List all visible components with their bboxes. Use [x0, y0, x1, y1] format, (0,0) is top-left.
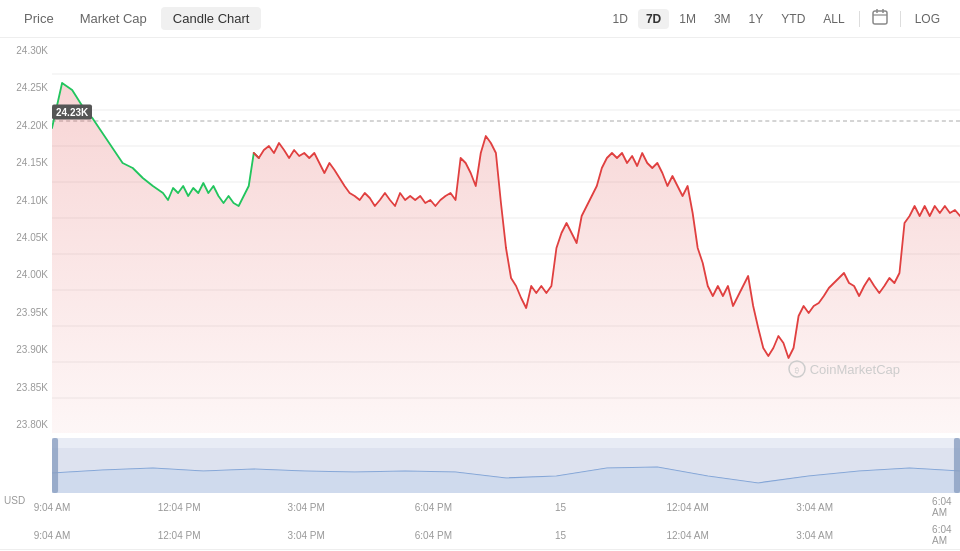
watermark: ₿ CoinMarketCap	[788, 360, 900, 378]
mini-x-label-0: 9:04 AM	[34, 530, 71, 541]
x-label-7: 6:04 AM	[932, 496, 951, 518]
watermark-text: CoinMarketCap	[810, 362, 900, 377]
separator	[859, 11, 860, 27]
tab-group: Price Market Cap Candle Chart	[12, 7, 261, 30]
time-1d[interactable]: 1D	[605, 9, 636, 29]
y-label-7: 23.95K	[0, 308, 52, 318]
current-price-label: 24.23K	[52, 105, 92, 120]
y-label-6: 24.00K	[0, 270, 52, 280]
time-controls: 1D 7D 1M 3M 1Y YTD ALL LOG	[605, 6, 948, 31]
svg-rect-0	[873, 11, 887, 24]
time-1y[interactable]: 1Y	[741, 9, 772, 29]
separator2	[900, 11, 901, 27]
tab-market-cap[interactable]: Market Cap	[68, 7, 159, 30]
mini-x-axis-row: 9:04 AM 12:04 PM 3:04 PM 6:04 PM 15 12:0…	[0, 521, 960, 549]
tab-price[interactable]: Price	[12, 7, 66, 30]
x-axis: 9:04 AM 12:04 PM 3:04 PM 6:04 PM 15 12:0…	[52, 493, 960, 521]
mini-y-axis	[0, 438, 52, 493]
y-label-3: 24.15K	[0, 158, 52, 168]
time-7d[interactable]: 7D	[638, 9, 669, 29]
y-label-10: 23.80K	[0, 420, 52, 430]
y-label-2: 24.20K	[0, 121, 52, 131]
y-axis: 24.30K 24.25K 24.20K 24.15K 24.10K 24.05…	[0, 38, 52, 438]
y-label-8: 23.90K	[0, 345, 52, 355]
volume-chart[interactable]: // Generate volume bars via JS	[52, 438, 960, 493]
mini-x-label-7: 6:04 AM	[932, 524, 951, 546]
time-1m[interactable]: 1M	[671, 9, 704, 29]
mini-x-label-2: 3:04 PM	[288, 530, 325, 541]
time-3m[interactable]: 3M	[706, 9, 739, 29]
x-label-4: 15	[555, 502, 566, 513]
mini-x-label-1: 12:04 PM	[158, 530, 201, 541]
header: Price Market Cap Candle Chart 1D 7D 1M 3…	[0, 0, 960, 38]
x-label-0: 9:04 AM	[34, 502, 71, 513]
time-all[interactable]: ALL	[815, 9, 852, 29]
svg-text:₿: ₿	[794, 366, 799, 375]
log-button[interactable]: LOG	[907, 9, 948, 29]
mini-x-label-6: 3:04 AM	[796, 530, 833, 541]
time-ytd[interactable]: YTD	[773, 9, 813, 29]
svg-rect-18	[52, 438, 58, 493]
calendar-icon[interactable]	[866, 6, 894, 31]
mini-x-label-5: 12:04 AM	[666, 530, 708, 541]
y-label-0: 24.30K	[0, 46, 52, 56]
y-label-5: 24.05K	[0, 233, 52, 243]
x-label-5: 12:04 AM	[666, 502, 708, 513]
mini-x-label-4: 15	[555, 530, 566, 541]
y-label-1: 24.25K	[0, 83, 52, 93]
volume-chart-area: // Generate volume bars via JS	[0, 438, 960, 493]
main-chart-svg	[52, 38, 960, 438]
x-label-6: 3:04 AM	[796, 502, 833, 513]
chart-area[interactable]: 24.23K ₿ CoinMarketCap	[52, 38, 960, 438]
tab-candle-chart[interactable]: Candle Chart	[161, 7, 262, 30]
x-label-3: 6:04 PM	[415, 502, 452, 513]
x-label-2: 3:04 PM	[288, 502, 325, 513]
chart-container: 24.30K 24.25K 24.20K 24.15K 24.10K 24.05…	[0, 38, 960, 438]
y-label-9: 23.85K	[0, 383, 52, 393]
x-label-1: 12:04 PM	[158, 502, 201, 513]
mini-x-axis: 9:04 AM 12:04 PM 3:04 PM 6:04 PM 15 12:0…	[52, 521, 960, 549]
y-label-4: 24.10K	[0, 196, 52, 206]
mini-x-label-3: 6:04 PM	[415, 530, 452, 541]
usd-label: USD	[0, 495, 25, 506]
x-axis-row: USD 9:04 AM 12:04 PM 3:04 PM 6:04 PM 15 …	[0, 493, 960, 521]
svg-rect-19	[954, 438, 960, 493]
